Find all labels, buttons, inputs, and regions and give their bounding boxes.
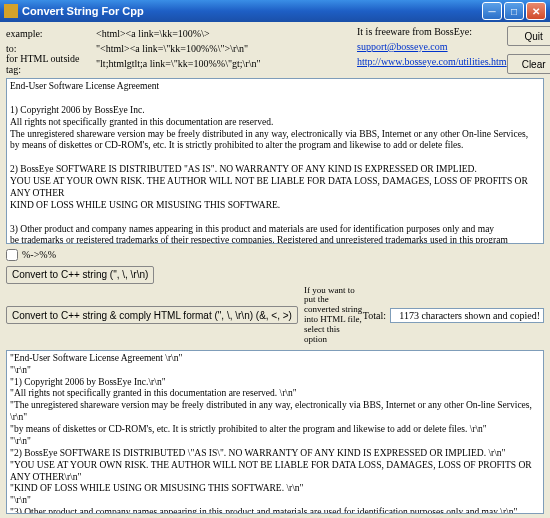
maximize-button[interactable]: □: [504, 2, 524, 20]
right-info-block: It is freeware from BossEye: support@bos…: [351, 26, 507, 74]
minimize-button[interactable]: ─: [482, 2, 502, 20]
window-title: Convert String For Cpp: [22, 5, 144, 17]
freeware-label: It is freeware from BossEye:: [357, 26, 507, 41]
example-block: example: <html><a link=\kk=100%\> to: "<…: [6, 26, 351, 74]
example-value-2: "<html><a link=\"kk=100%%\">\r\n": [96, 43, 351, 54]
example-label-1: example:: [6, 28, 96, 39]
output-textarea[interactable]: "End-User Software License Agreement \r\…: [6, 350, 544, 514]
example-value-3: "lt;htmlgtlt;a link=\"kk=100%%\"gt;\r\n": [96, 58, 351, 69]
titlebar[interactable]: Convert String For Cpp ─ □ ✕: [0, 0, 550, 22]
percent-checkbox-label: %->%%: [22, 249, 56, 260]
example-label-3: for HTML outside tag:: [6, 53, 96, 75]
product-url-link[interactable]: http://www.bosseye.com/utilities.htm: [357, 56, 507, 67]
total-value: 1173 characters shown and copied!: [390, 308, 544, 323]
example-value-1: <html><a link=\kk=100%\>: [96, 28, 351, 39]
app-icon: [4, 4, 18, 18]
input-textarea[interactable]: End-User Software License Agreement 1) C…: [6, 78, 544, 244]
convert-cpp-button[interactable]: Convert to C++ string (", \, \r\n): [6, 266, 154, 284]
percent-checkbox[interactable]: [6, 249, 18, 261]
convert-cpp-html-button[interactable]: Convert to C++ string & comply HTML form…: [6, 306, 298, 324]
quit-button[interactable]: Quit: [507, 26, 550, 46]
total-label: Total:: [363, 310, 386, 321]
support-email-link[interactable]: support@bosseye.com: [357, 41, 448, 52]
clear-button[interactable]: Clear: [507, 54, 550, 74]
close-button[interactable]: ✕: [526, 2, 546, 20]
convert-note: If you want to put the converted string …: [304, 286, 363, 345]
